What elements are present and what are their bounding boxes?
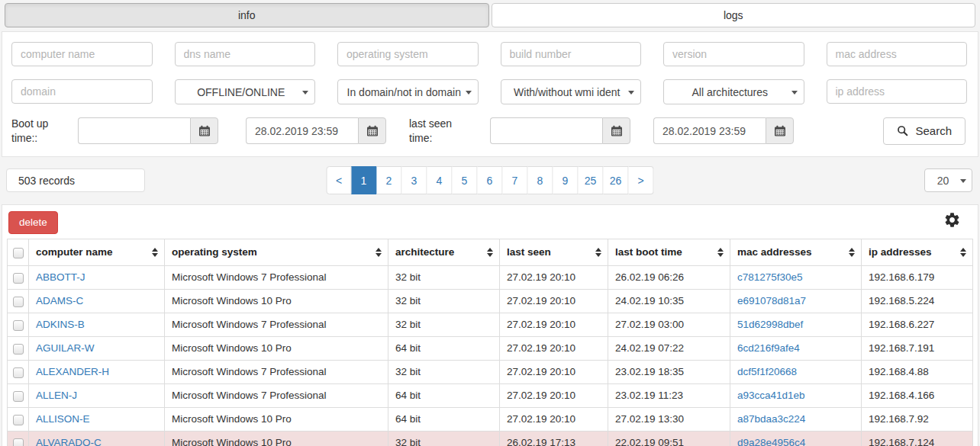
pagination-page-8[interactable]: 8	[528, 166, 553, 194]
wmi-ident-select[interactable]: With/without wmi ident	[501, 79, 642, 104]
mac-address-link[interactable]: e691078d81a7	[737, 295, 806, 306]
pagination-page-25[interactable]: 25	[579, 166, 604, 194]
row-checkbox[interactable]	[13, 391, 24, 402]
pagination-page-9[interactable]: 9	[553, 166, 579, 194]
boot-to-date-input[interactable]	[246, 117, 358, 144]
table-toolbar: delete	[7, 210, 973, 239]
header-last-boot-time[interactable]: last boot time	[608, 239, 730, 265]
pagination-page-1[interactable]: 1	[352, 166, 377, 194]
computer-name-link[interactable]: ABBOTT-J	[36, 271, 85, 283]
last-boot-time-cell: 23.02.19 11:23	[608, 383, 730, 407]
tab-logs[interactable]: logs	[492, 3, 976, 27]
header-computer-name[interactable]: computer name	[29, 239, 165, 265]
settings-button[interactable]	[943, 211, 961, 231]
gear-icon	[943, 211, 961, 229]
architecture-cell: 64 bit	[388, 407, 500, 431]
pagination: <1234567892526>	[327, 166, 654, 194]
offline-online-select[interactable]: OFFLINE/ONLINE	[175, 79, 316, 104]
sort-icon[interactable]	[487, 248, 493, 257]
seen-from-date-group	[490, 117, 630, 144]
mac-address-filter-input[interactable]	[827, 42, 968, 66]
wmi-ident-select-value: With/without wmi ident	[514, 86, 620, 98]
computer-name-link[interactable]: AGUILAR-W	[36, 342, 95, 354]
pagination-prev[interactable]: <	[327, 166, 352, 194]
pagination-next[interactable]: >	[629, 166, 654, 194]
header-architecture[interactable]: architecture	[388, 239, 500, 265]
ip-address-cell: 192.168.4.88	[862, 360, 973, 383]
header-mac-addresses[interactable]: mac addresses	[730, 239, 862, 265]
dns-name-filter-input[interactable]	[175, 42, 316, 66]
version-filter-input[interactable]	[663, 42, 804, 66]
search-button[interactable]: Search	[883, 117, 965, 145]
in-domain-select[interactable]: In domain/not in domain	[337, 79, 479, 104]
mac-address-link[interactable]: 51d62998dbef	[737, 319, 803, 330]
computer-name-filter-input[interactable]	[11, 42, 153, 66]
computer-name-link[interactable]: ADAMS-C	[36, 295, 83, 306]
select-all-checkbox[interactable]	[13, 248, 24, 258]
mac-address-link[interactable]: a87bdaa3c224	[737, 413, 805, 425]
sort-icon[interactable]	[849, 248, 855, 257]
domain-filter-input[interactable]	[11, 79, 153, 104]
calendar-icon[interactable]	[358, 117, 386, 144]
calendar-icon[interactable]	[190, 117, 218, 144]
operating-system-filter-input[interactable]	[337, 42, 479, 66]
build-number-filter-input[interactable]	[501, 42, 642, 66]
row-checkbox[interactable]	[13, 297, 24, 307]
row-checkbox[interactable]	[13, 367, 24, 378]
pagination-page-2[interactable]: 2	[377, 166, 402, 194]
last-seen-cell: 26.02.19 17:13	[500, 431, 608, 446]
operating-system-cell: Microsoft Windows 7 Professional	[165, 383, 388, 407]
computer-name-link[interactable]: ALEXANDER-H	[36, 366, 109, 377]
pagination-page-3[interactable]: 3	[402, 166, 427, 194]
mac-address-link[interactable]: a93cca41d1eb	[737, 390, 805, 401]
search-icon	[897, 125, 908, 136]
row-checkbox[interactable]	[13, 273, 24, 284]
row-checkbox[interactable]	[13, 415, 24, 425]
mac-address-link[interactable]: 6cd216f9afe4	[737, 342, 800, 354]
table-row: ADAMS-C Microsoft Windows 10 Pro 32 bit …	[8, 289, 973, 313]
header-operating-system[interactable]: operating system	[165, 239, 388, 265]
sort-icon[interactable]	[960, 248, 966, 257]
mac-address-link[interactable]: d9a28e4956c4	[737, 437, 805, 446]
boot-from-date-input[interactable]	[78, 117, 190, 144]
table-row: ADKINS-B Microsoft Windows 7 Professiona…	[8, 313, 973, 336]
seen-to-date-input[interactable]	[653, 117, 766, 144]
delete-button[interactable]: delete	[8, 211, 58, 234]
operating-system-cell: Microsoft Windows 7 Professional	[165, 313, 388, 336]
seen-from-date-input[interactable]	[490, 117, 602, 144]
operating-system-cell: Microsoft Windows 10 Pro	[165, 407, 388, 431]
pagination-page-6[interactable]: 6	[478, 166, 503, 194]
header-last-seen[interactable]: last seen	[500, 239, 608, 265]
sort-icon[interactable]	[717, 248, 724, 257]
computer-name-link[interactable]: ADKINS-B	[36, 319, 85, 330]
row-checkbox[interactable]	[13, 320, 24, 331]
row-checkbox[interactable]	[13, 438, 24, 446]
page-size-select[interactable]: 20	[924, 168, 972, 192]
computer-name-link[interactable]: ALVARADO-C	[36, 437, 102, 446]
tab-info[interactable]: info	[5, 3, 489, 27]
mac-address-link[interactable]: dcf5f1f20668	[737, 366, 797, 377]
computers-table-body: ABBOTT-J Microsoft Windows 7 Professiona…	[8, 265, 973, 446]
pagination-page-4[interactable]: 4	[427, 166, 453, 194]
row-checkbox[interactable]	[13, 344, 24, 355]
sort-icon[interactable]	[152, 248, 158, 257]
sort-icon[interactable]	[376, 248, 382, 257]
ip-address-filter-input[interactable]	[827, 79, 968, 104]
last-seen-cell: 27.02.19 20:10	[500, 313, 608, 336]
computer-name-link[interactable]: ALLISON-E	[36, 413, 90, 425]
computer-name-link[interactable]: ALLEN-J	[36, 390, 77, 401]
sort-icon[interactable]	[595, 248, 601, 257]
calendar-icon[interactable]	[602, 117, 630, 144]
pagination-page-5[interactable]: 5	[453, 166, 478, 194]
last-seen-cell: 27.02.19 20:10	[500, 336, 608, 360]
architectures-select[interactable]: All architectures	[663, 79, 804, 104]
header-ip-addresses[interactable]: ip addresses	[862, 239, 973, 265]
ip-address-cell: 192.168.6.179	[862, 265, 973, 289]
pagination-page-26[interactable]: 26	[604, 166, 629, 194]
ip-address-cell: 192.168.4.166	[862, 383, 973, 407]
last-seen-cell: 27.02.19 20:10	[500, 383, 608, 407]
pagination-page-7[interactable]: 7	[503, 166, 528, 194]
architecture-cell: 32 bit	[388, 431, 500, 446]
mac-address-link[interactable]: c781275f30e5	[737, 271, 803, 283]
calendar-icon[interactable]	[766, 117, 794, 144]
